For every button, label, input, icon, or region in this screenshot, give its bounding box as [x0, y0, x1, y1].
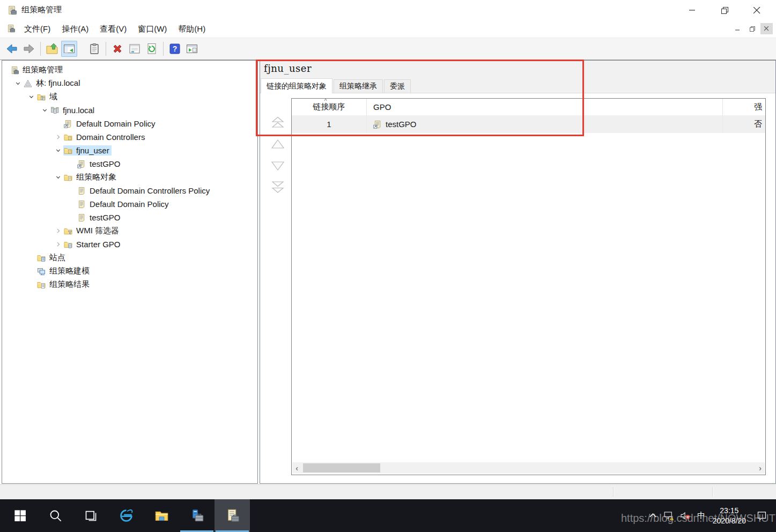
tree-item-default-domain-policy-link[interactable]: Default Domain Policy [2, 117, 257, 130]
taskbar-search-button[interactable] [38, 499, 73, 532]
gpo-list-row[interactable]: 1 testGPO 否 [292, 115, 765, 133]
chevron-down-icon[interactable] [12, 80, 23, 87]
tree-item-group-policy-management-root[interactable]: 组策略管理 [2, 63, 257, 77]
tree-item-default-domain-policy[interactable]: Default Domain Policy [2, 197, 257, 211]
tab-gpo-inheritance[interactable]: 组策略继承 [334, 79, 383, 93]
start-icon [13, 508, 27, 523]
menu-view[interactable]: 查看(V) [95, 24, 133, 34]
taskbar-file-explorer-button[interactable] [144, 499, 179, 532]
scroll-left-icon[interactable]: ‹ [292, 462, 301, 474]
move-down-button[interactable] [269, 158, 287, 173]
tree-item-fjnu-user-ou[interactable]: fjnu_user [2, 144, 257, 157]
close-icon [753, 7, 760, 14]
network-status-icon[interactable] [663, 510, 675, 521]
clipboard-button[interactable] [86, 41, 102, 57]
child-minimize-button[interactable] [731, 23, 744, 34]
action-center-icon[interactable] [756, 510, 767, 521]
tree-item-group-policy-modeling[interactable]: 组策略建模 [2, 264, 257, 278]
child-restore-button[interactable] [746, 23, 758, 34]
tree-item-testgpo[interactable]: testGPO [2, 211, 257, 224]
restore-icon [721, 7, 728, 14]
close-button[interactable] [741, 0, 773, 20]
gpmc-app-icon [7, 5, 17, 15]
tree-item-forest-fjnu-local[interactable]: 林: fjnu.local [2, 77, 257, 90]
tree-item-sites[interactable]: 站点 [2, 251, 257, 264]
minimize-button[interactable] [676, 0, 708, 20]
taskbar-server-manager-button[interactable] [179, 499, 215, 532]
new-window-button[interactable] [184, 41, 200, 57]
tree-item-domain-fjnu-local[interactable]: fjnu.local [2, 104, 257, 117]
child-close-button[interactable] [760, 23, 773, 34]
column-header-enforced[interactable]: 强 [723, 99, 765, 115]
menu-action[interactable]: 操作(A) [57, 24, 95, 34]
menu-help[interactable]: 帮助(H) [173, 24, 212, 34]
tab-linked-gpo-objects[interactable]: 链接的组策略对象 [261, 78, 332, 93]
move-to-top-button[interactable] [269, 115, 287, 130]
column-header-link-order[interactable]: ^ 链接顺序 [292, 99, 367, 115]
tree-item-group-policy-results[interactable]: 组策略结果 [2, 278, 257, 291]
move-to-bottom-button[interactable] [269, 180, 287, 195]
taskbar-start-button[interactable] [2, 499, 38, 532]
details-tabs: 链接的组策略对象 组策略继承 委派 [261, 78, 775, 93]
clipboard-icon [88, 42, 101, 55]
chevron-down-icon[interactable] [39, 107, 50, 114]
details-header: fjnu_user 链接的组策略对象 组策略继承 委派 [260, 61, 775, 93]
chevron-right-icon[interactable] [53, 227, 63, 234]
tree-item-domains-container[interactable]: 域 [2, 90, 257, 104]
results-folder-icon [37, 280, 46, 289]
tab-delegation[interactable]: 委派 [384, 79, 411, 93]
show-hide-console-tree-button[interactable] [61, 41, 77, 57]
delete-button[interactable] [109, 41, 125, 57]
taskbar-task-view-button[interactable] [73, 499, 108, 532]
tree-item-label: Default Domain Controllers Policy [90, 186, 210, 195]
taskbar-internet-explorer-button[interactable] [108, 499, 144, 532]
tree-item-label: Default Domain Policy [90, 200, 169, 209]
gpo-cell: testGPO [367, 115, 723, 133]
ime-indicator[interactable]: 中 [696, 511, 707, 521]
move-up-button[interactable] [269, 137, 287, 152]
tree-item-testgpo-link[interactable]: testGPO [2, 157, 257, 171]
chevron-down-icon[interactable] [26, 93, 36, 100]
tree-item-domain-controllers-ou[interactable]: Domain Controllers [2, 130, 257, 144]
restore-button[interactable] [708, 0, 741, 20]
chevron-right-icon[interactable] [53, 134, 63, 141]
tree-item-starter-gpo[interactable]: Starter GPO [2, 238, 257, 251]
toolbar-separator [163, 42, 164, 56]
tree-item-wmi-filters[interactable]: WMI 筛选器 [2, 224, 257, 238]
tree-item-label: 域 [49, 92, 57, 102]
console-tree-pane: 组策略管理林: fjnu.local域fjnu.localDefault Dom… [2, 60, 258, 484]
scroll-right-icon[interactable]: › [756, 462, 765, 474]
back-button[interactable] [4, 41, 20, 57]
scrollbar-thumb[interactable] [303, 463, 380, 472]
up-one-level-button[interactable] [44, 41, 60, 57]
tree-item-default-domain-controllers-policy[interactable]: Default Domain Controllers Policy [2, 184, 257, 197]
starter-folder-icon [64, 240, 73, 249]
clock-date: 2020/8/20 [713, 516, 746, 526]
move-up-icon [271, 138, 285, 151]
forward-button[interactable] [21, 41, 37, 57]
properties-icon [128, 42, 141, 55]
refresh-button[interactable] [144, 41, 160, 57]
help-button[interactable]: ? [167, 41, 183, 57]
horizontal-scrollbar[interactable]: ‹ › [292, 462, 765, 474]
mdi-child-controls [731, 23, 773, 34]
chevron-down-icon[interactable] [53, 174, 63, 181]
details-pane: fjnu_user 链接的组策略对象 组策略继承 委派 [260, 60, 776, 484]
wmi-folder-icon [64, 227, 73, 235]
chevron-down-icon[interactable] [53, 147, 63, 154]
taskbar-clock[interactable]: 23:15 2020/8/20 [713, 506, 746, 525]
tree-item-label: testGPO [90, 213, 121, 222]
menu-file[interactable]: 文件(F) [19, 24, 57, 34]
menu-window[interactable]: 窗口(W) [133, 24, 173, 34]
gpo-icon [77, 187, 86, 195]
statusbar-divider [613, 487, 614, 497]
hidden-icons-chevron-icon[interactable] [647, 510, 659, 521]
properties-button[interactable] [127, 41, 143, 57]
tree-item-group-policy-objects-container[interactable]: 组策略对象 [2, 171, 257, 184]
taskbar-group-policy-management-button[interactable] [215, 499, 250, 532]
up-one-level-icon [46, 42, 58, 55]
volume-muted-icon[interactable] [679, 510, 691, 521]
column-header-gpo[interactable]: GPO [367, 99, 723, 115]
chevron-right-icon[interactable] [53, 241, 63, 248]
desktop-screen: 组策略管理 文件(F) 操作(A) 查看(V) 窗口(W) 帮助(H) [0, 0, 776, 532]
